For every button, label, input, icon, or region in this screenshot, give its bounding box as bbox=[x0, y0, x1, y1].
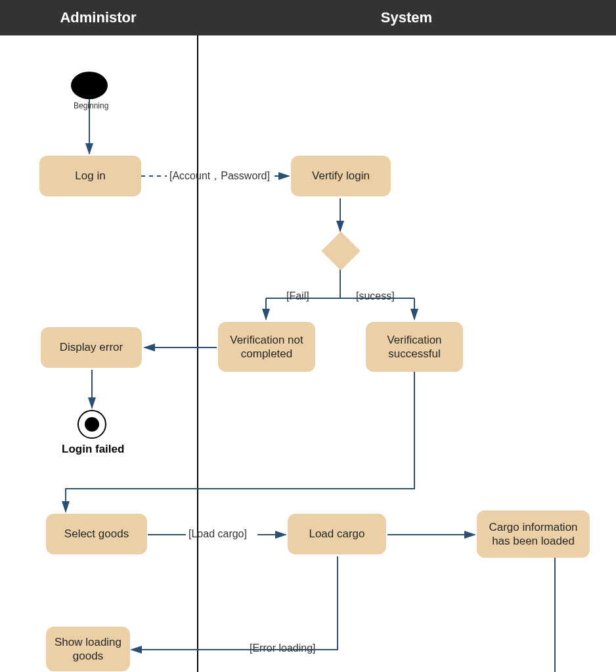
node-select-goods-text: Select goods bbox=[64, 527, 129, 541]
node-select-goods: Select goods bbox=[46, 514, 147, 554]
node-show-loading-goods: Show loading goods bbox=[46, 627, 130, 671]
node-verification-successful: Verification successful bbox=[366, 322, 463, 372]
node-verification-successful-text: Verification successful bbox=[371, 333, 458, 361]
decision-diamond-icon bbox=[321, 231, 360, 270]
node-load-cargo-text: Load cargo bbox=[309, 527, 364, 541]
edge-label-success: [sucess] bbox=[356, 290, 395, 302]
node-load-cargo: Load cargo bbox=[288, 514, 386, 554]
node-login-text: Log in bbox=[75, 169, 105, 183]
node-show-loading-goods-text: Show loading goods bbox=[51, 635, 125, 663]
node-login: Log in bbox=[39, 156, 141, 196]
node-display-error-text: Display error bbox=[60, 340, 123, 354]
node-verification-not-completed-text: Verification not completed bbox=[223, 333, 310, 361]
lane-divider bbox=[197, 35, 198, 672]
node-cargo-info-loaded-text: Cargo information has been loaded bbox=[482, 520, 584, 549]
edge-label-account-password: [Account，Password] bbox=[169, 169, 270, 183]
end-node-label: Login failed bbox=[62, 443, 124, 456]
diagram-canvas: Beginning Log in [Account，Password] Vert… bbox=[0, 35, 616, 672]
lane-header-system: System bbox=[197, 0, 616, 35]
lane-header-administor: Administor bbox=[0, 0, 197, 35]
start-node-icon bbox=[71, 72, 108, 99]
node-verify-login-text: Vertify login bbox=[312, 169, 370, 183]
node-verification-not-completed: Verification not completed bbox=[218, 322, 315, 372]
node-verify-login: Vertify login bbox=[291, 156, 391, 196]
edge-label-load-cargo: [Load cargo] bbox=[188, 528, 247, 540]
node-display-error: Display error bbox=[41, 327, 142, 368]
node-cargo-info-loaded: Cargo information has been loaded bbox=[477, 510, 590, 558]
end-node-icon bbox=[77, 410, 106, 439]
edge-label-error-loading: [Error loading] bbox=[250, 642, 316, 654]
edge-label-fail: [Fail] bbox=[286, 290, 309, 302]
start-node-label: Beginning bbox=[74, 101, 108, 110]
swimlane-header: Administor System bbox=[0, 0, 616, 35]
